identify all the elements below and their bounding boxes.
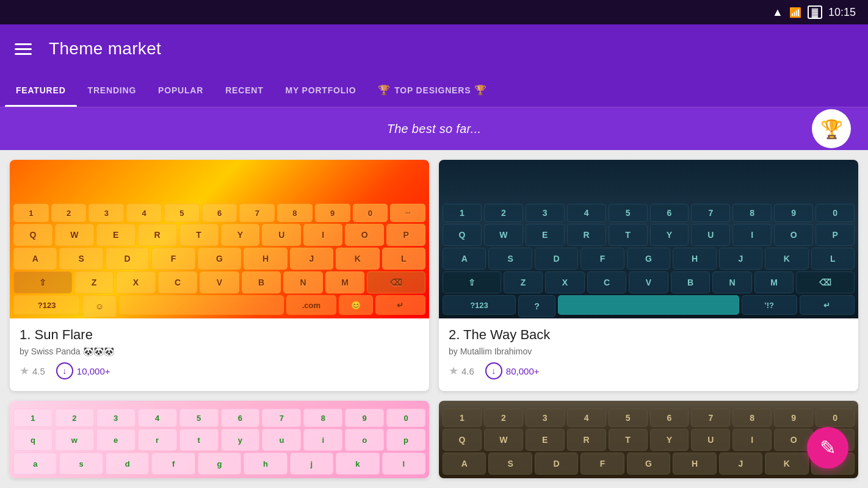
key-wb-2: 2 [484,204,523,222]
key-gr-e: E [526,429,565,451]
key-sf-ret2: ↵ [375,295,425,315]
key-wb-8: 8 [732,204,772,222]
star-icon-2: ★ [449,364,458,378]
key-sf-backspace: ⌫ [367,271,425,293]
key-wb-q: Q [443,224,482,246]
key-wb-v: V [629,271,668,293]
key-wb-k: K [765,248,808,270]
key-wb-7: 7 [691,204,730,222]
row3-wb: ⇧ Z X C V B N M ⌫ [443,271,855,293]
key-sf-u: U [262,224,301,246]
status-bar: ▲ 📶 ▓ 10:15 [0,0,868,24]
key-wb-p: P [816,224,855,246]
key-sf-r: R [138,224,177,246]
key-gr-4: 4 [567,409,606,427]
theme-card-4[interactable]: 1 2 3 4 5 6 7 8 9 0 Q W E R T Y [439,401,858,478]
key-wb-e: E [526,224,565,246]
wifi-icon: ▲ [772,6,783,19]
key-gr-j: J [719,453,762,475]
theme-card-2-rating: ★ 4.6 [449,364,474,378]
key-gr-0: 0 [816,409,855,427]
key-fl-s: s [59,453,103,475]
theme-card-2-info: 2. The Way Back by Mutallim Ibrahimov ★ … [439,318,858,391]
trophy-circle-icon: 🏆 [820,118,843,140]
key-fl-i: i [303,429,342,451]
theme-card-3[interactable]: 1 2 3 4 5 6 7 8 9 0 q w e r t y [10,401,429,478]
key-wb-w: W [484,224,523,246]
row1-sf: Q W E R T Y U I O P [13,224,425,246]
app-bar: Theme market [0,24,868,73]
key-gr-q: Q [443,429,482,451]
keyboard-wayback: 1 2 3 4 5 6 7 8 9 0 Q W E [439,160,858,318]
key-gr-6: 6 [650,409,689,427]
key-wb-n: N [712,271,752,293]
key-sf-t: T [179,224,219,246]
key-wb-d: D [535,248,578,270]
featured-text: The best so far... [387,122,482,136]
content-grid: 1 2 3 4 5 6 7 8 9 0 ··· Q W [0,150,868,488]
theme-card-1-downloads: ↓ 10,000+ [56,362,110,379]
row2-sf: A S D F G H J K L [13,248,425,270]
battery-icon: ▓ [808,5,822,19]
key-sf-space [119,295,284,315]
key-wb-123: ?123 [443,295,516,315]
row2-wb: A S D F G H J K L [443,248,855,270]
key-sf-1: 1 [13,204,49,222]
key-wb-6: 6 [650,204,689,222]
key-wb-shift: ⇧ [443,271,501,293]
key-gr-y: Y [650,429,689,451]
key-gr-h: H [673,453,716,475]
tab-recent[interactable]: RECENT [214,73,274,107]
key-fl-e: e [96,429,136,451]
theme-card-2-downloads: ↓ 80,000+ [485,362,540,379]
key-sf-return: 😊 [339,295,373,315]
theme-card-1-title: 1. Sun Flare [20,327,419,343]
key-sf-w: W [55,224,94,246]
key-sf-l: L [382,248,425,270]
tab-trending[interactable]: TRENDING [77,73,148,107]
key-wb-r: R [567,224,606,246]
key-gr-w: W [484,429,523,451]
key-sf-4: 4 [126,204,162,222]
key-sf-y: Y [221,224,260,246]
app-title: Theme market [49,39,161,59]
key-wb-z: Z [504,271,543,293]
fab-button[interactable]: ✎ [807,427,848,468]
key-sf-h: H [244,248,287,270]
theme-card-2-image: 1 2 3 4 5 6 7 8 9 0 Q W E [439,160,858,318]
key-gr-9: 9 [774,409,813,427]
status-icons: ▲ 📶 ▓ 10:15 [772,5,856,19]
key-sf-n: N [283,271,323,293]
key-wb-9: 9 [774,204,813,222]
key-sf-j: J [290,248,333,270]
key-gr-g: G [627,453,670,475]
tab-popular[interactable]: POPULAR [147,73,214,107]
tab-my-portfolio[interactable]: MY PORTFOLIO [275,73,367,107]
key-fl-u: u [262,429,301,451]
tab-popular-label: POPULAR [158,85,203,95]
tab-featured-label: FEATURED [16,85,66,95]
key-gr-3: 3 [526,409,565,427]
theme-card-2-author: by Mutallim Ibrahimov [449,346,848,356]
key-sf-9: 9 [315,204,350,222]
key-sf-q: Q [13,224,52,246]
hamburger-menu[interactable] [15,43,32,55]
trophy-right-icon: 🏆 [474,84,487,96]
key-sf-shift: ⇧ [13,271,72,293]
theme-card-2[interactable]: 1 2 3 4 5 6 7 8 9 0 Q W E [439,160,858,391]
key-fl-t: t [179,429,219,451]
key-gr-5: 5 [609,409,648,427]
row3-sf: ⇧ Z X C V B N M ⌫ [13,271,425,293]
key-fl-1: 1 [13,409,52,427]
tab-top-designers[interactable]: 🏆 TOP DESIGNERS 🏆 [367,73,498,107]
key-fl-d: d [106,453,149,475]
theme-card-1[interactable]: 1 2 3 4 5 6 7 8 9 0 ··· Q W [10,160,429,391]
key-wb-0: 0 [816,204,855,222]
key-wb-special: ? [518,295,555,317]
num-row-gr: 1 2 3 4 5 6 7 8 9 0 [443,409,855,427]
signal-icon: 📶 [789,7,801,18]
key-fl-w: w [55,429,94,451]
tab-featured[interactable]: FEATURED [5,73,77,107]
key-fl-k: k [336,453,379,475]
key-sf-a: A [13,248,57,270]
